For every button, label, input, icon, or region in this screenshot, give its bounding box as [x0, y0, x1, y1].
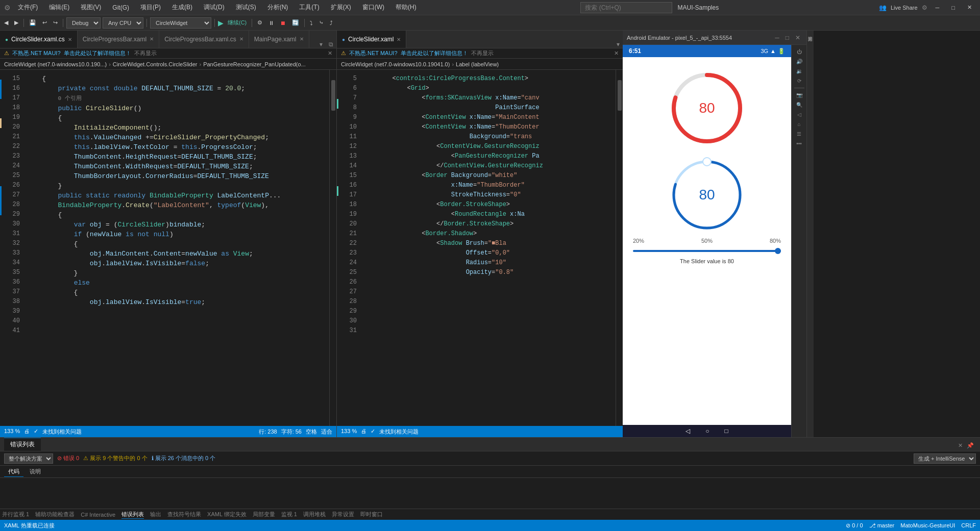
locals-tab[interactable]: 局部变量 — [253, 511, 275, 518]
nav-back-btn[interactable]: ◁ — [685, 427, 690, 435]
emu-btn-back[interactable]: ◁ — [797, 112, 801, 117]
project-dropdown[interactable]: CircleWidget — [150, 17, 211, 29]
output-tab[interactable]: 输出 — [150, 511, 161, 518]
tab-overflow-btn[interactable]: ▾ — [316, 41, 326, 48]
sub-tab-code[interactable]: 代码 — [4, 467, 23, 477]
left-scrollbar[interactable] — [329, 70, 336, 426]
menu-debug[interactable]: 调试(D) — [200, 2, 229, 13]
scope-dropdown[interactable]: 整个解决方案 — [4, 453, 53, 464]
breadcrumb-class-right[interactable]: Label (labelView) — [456, 61, 499, 67]
toolbar-restart[interactable]: 🔄 — [290, 18, 301, 27]
menu-help[interactable]: 帮助(H) — [391, 2, 421, 13]
toolbar-save-all[interactable]: 💾 — [27, 18, 38, 27]
scroll-thumb[interactable] — [331, 80, 335, 111]
print-icon-right[interactable]: 🖨 — [361, 428, 366, 436]
live-share-button[interactable]: Live Share — [891, 5, 918, 11]
menu-extensions[interactable]: 扩展(X) — [327, 2, 355, 13]
warning-dismiss[interactable]: 不再显示 — [134, 49, 157, 57]
cpu-dropdown[interactable]: Any CPU — [103, 17, 143, 29]
tab-circleprogressbar-cs[interactable]: CircleProgressBar.xaml.cs ✕ — [159, 31, 249, 48]
warning-count[interactable]: ⚠ 展示 9 个警告中的 0 个 — [83, 454, 147, 462]
search-input[interactable] — [580, 2, 672, 13]
warning-link-right[interactable]: 单击此处以了解详细信息！ — [401, 49, 468, 57]
emu-btn-power[interactable]: ⏻ — [797, 49, 802, 55]
tab-close-btn[interactable]: ✕ — [150, 36, 154, 42]
tab-overflow-right[interactable]: ▾ — [614, 41, 623, 48]
nav-recent-btn[interactable]: □ — [725, 427, 728, 435]
close-button[interactable]: ✕ — [963, 4, 976, 11]
warning-close-btn[interactable]: ✕ — [328, 50, 332, 57]
xaml-binding-tab[interactable]: XAML 绑定失效 — [207, 511, 247, 518]
breadcrumb-method[interactable]: PanGestureRecognizer_PanUpdated(o... — [203, 61, 306, 67]
tab-circleslider-xaml[interactable]: ● CircleSlider.xaml ✕ — [337, 31, 406, 48]
toolbar-undo[interactable]: ↩ — [40, 18, 49, 27]
accessibility-tab[interactable]: 辅助功能检查器 — [35, 511, 75, 518]
code-content-left[interactable]: { private const double DEFAULT_THUMB_SIZ… — [22, 70, 329, 426]
git-branch[interactable]: ⎇ master — [869, 522, 895, 529]
tab-mainpage-xaml[interactable]: MainPage.xaml ✕ — [249, 31, 309, 48]
watch-tab[interactable]: 监视 1 — [281, 511, 297, 518]
tab-error-list[interactable]: 错误列表 — [4, 438, 41, 451]
find-results-tab[interactable]: 查找符号结果 — [167, 511, 201, 518]
menu-analyze[interactable]: 分析(N) — [263, 2, 292, 13]
warning-close-right[interactable]: ✕ — [614, 50, 619, 57]
warning-link[interactable]: 单击此处以了解详细信息！ — [64, 49, 131, 57]
emu-btn-zoom[interactable]: 🔍 — [796, 102, 802, 108]
menu-test[interactable]: 测试(S) — [232, 2, 260, 13]
toolbar-pause[interactable]: ⏸ — [266, 19, 276, 27]
menu-git[interactable]: Git(G) — [108, 3, 133, 12]
emu-btn-home[interactable]: ⌂ — [797, 121, 800, 127]
menu-build[interactable]: 生成(B) — [168, 2, 197, 13]
toolbar-back[interactable]: ◀ — [2, 18, 10, 27]
tab-close-btn[interactable]: ✕ — [397, 37, 401, 42]
print-icon[interactable]: 🖨 — [24, 428, 30, 436]
toolbar-step-over[interactable]: ⤵ — [308, 19, 315, 27]
left-code-area[interactable]: 151617181920 212223242526 272829303132 3… — [0, 70, 336, 426]
emu-btn-menu[interactable]: ☰ — [797, 131, 801, 137]
immediate-tab[interactable]: 即时窗口 — [360, 511, 383, 518]
info-count[interactable]: ℹ 展示 26 个消息中的 0 个 — [152, 454, 216, 462]
maximize-button[interactable]: □ — [947, 5, 959, 11]
nav-home-btn[interactable]: ○ — [705, 427, 709, 435]
sub-tab-description[interactable]: 说明 — [26, 467, 45, 477]
right-scrollbar[interactable] — [616, 70, 623, 426]
code-content-right[interactable]: <controls:CircleProgressBase.Content> <G… — [359, 70, 616, 426]
exceptions-tab[interactable]: 异常设置 — [332, 511, 354, 518]
emulator-close-btn[interactable]: ✕ — [793, 34, 802, 41]
error-list-tab[interactable]: 错误列表 — [121, 511, 144, 519]
breadcrumb-root-right[interactable]: CircleWidget (net7.0-windows10.0.19041.0… — [341, 61, 450, 67]
emu-btn-rotate[interactable]: ⟳ — [797, 78, 801, 84]
toolbar-step-out[interactable]: ⤴ — [328, 19, 335, 27]
menu-tools[interactable]: 工具(T) — [295, 2, 323, 13]
toolbar-stop[interactable]: ⏹ — [278, 19, 288, 27]
debug-config-dropdown[interactable]: Debug — [66, 17, 101, 29]
play-label[interactable]: 继续(C) — [226, 18, 249, 28]
menu-project[interactable]: 项目(P) — [136, 2, 165, 13]
menu-edit[interactable]: 编辑(E) — [45, 2, 74, 13]
error-count[interactable]: ⊘ 错误 0 — [57, 454, 79, 462]
breadcrumb-root[interactable]: CircleWidget (net7.0-windows10.0.190...) — [4, 61, 107, 67]
breadcrumb-class[interactable]: CircleWidget.Controls.CircleSlider — [113, 61, 198, 67]
emu-btn-vol-up[interactable]: 🔊 — [796, 59, 802, 64]
tab-circleslider-cs[interactable]: ● CircleSlider.xaml.cs ✕ — [0, 31, 78, 48]
zoom-level[interactable]: 133 % — [4, 428, 20, 436]
right-code-area[interactable]: 5678910 111213141516 171819202122 232425… — [337, 70, 623, 426]
bottom-panel-pin[interactable]: 📌 — [965, 440, 976, 451]
slider-container[interactable] — [623, 246, 791, 256]
menu-window[interactable]: 窗口(W) — [358, 2, 388, 13]
emu-btn-vol-dn[interactable]: 🔉 — [796, 68, 802, 74]
minimize-button[interactable]: ─ — [932, 5, 944, 11]
toolbar-step-into[interactable]: ⤷ — [317, 18, 326, 27]
csharp-interactive-tab[interactable]: C# Interactive — [81, 512, 115, 518]
emulator-min-btn[interactable]: ─ — [773, 34, 781, 41]
tab-circleprogressbar-xaml[interactable]: CircleProgressBar.xaml ✕ — [78, 31, 159, 48]
tab-close-btn[interactable]: ✕ — [239, 36, 243, 42]
toolbar-forward[interactable]: ▶ — [12, 18, 20, 27]
callstack-tab[interactable]: 调用堆栈 — [303, 511, 326, 518]
tab-split-btn[interactable]: ⧉ — [326, 41, 336, 48]
settings-icon[interactable]: ⚙ — [922, 4, 927, 11]
emu-btn-more[interactable]: ••• — [796, 141, 802, 146]
emulator-max-btn[interactable]: □ — [783, 34, 791, 41]
zoom-level-right[interactable]: 133 % — [341, 428, 357, 436]
parallel-watch-tab[interactable]: 并行监视 1 — [2, 511, 29, 518]
